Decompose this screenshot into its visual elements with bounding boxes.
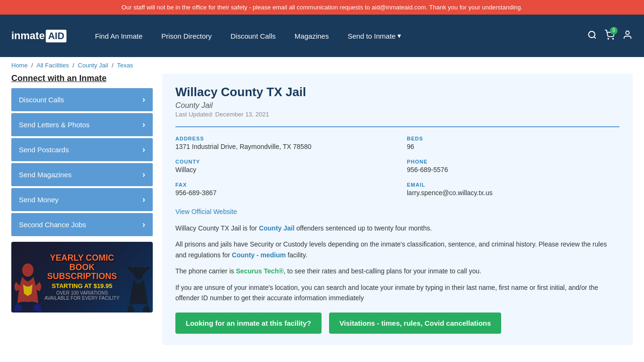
svg-point-2 — [608, 38, 609, 39]
search-icon — [587, 30, 597, 40]
desc-paragraph-3: The phone carrier is Securus Tech®, to s… — [175, 266, 619, 276]
county-jail-link[interactable]: County Jail — [259, 224, 294, 232]
sidebar-send-money[interactable]: Send Money › — [11, 188, 153, 211]
ad-more: OVER 100 VARIATIONS AVAILABLE FOR EVERY … — [44, 290, 120, 301]
search-button[interactable] — [587, 30, 597, 42]
alert-text: Our staff will not be in the office for … — [122, 4, 523, 11]
beds-block: BEDS 96 — [407, 136, 619, 150]
description: Willacy County TX Jail is for County Jai… — [175, 223, 619, 303]
sidebar-send-postcards[interactable]: Send Postcards › — [11, 138, 153, 161]
info-grid: ADDRESS 1371 Industrial Drive, Raymondvi… — [175, 126, 619, 197]
visitations-button[interactable]: Visitations - times, rules, Covid cancel… — [329, 313, 502, 334]
dropdown-arrow-icon: ▾ — [397, 32, 401, 40]
sidebar-ad[interactable]: YEARLY COMIC BOOKSUBSCRIPTIONS STARTING … — [11, 242, 153, 313]
address-block: ADDRESS 1371 Industrial Drive, Raymondvi… — [175, 136, 388, 150]
nav-discount-calls[interactable]: Discount Calls — [221, 32, 285, 40]
facility-type: County Jail — [175, 101, 619, 110]
bottom-buttons: Looking for an inmate at this facility? … — [175, 313, 619, 334]
phone-label: PHONE — [407, 159, 619, 165]
sidebar-discount-calls[interactable]: Discount Calls › — [11, 88, 153, 111]
main-nav: Find An Inmate Prison Directory Discount… — [85, 32, 587, 40]
breadcrumb-all-facilities[interactable]: All Facilities — [37, 62, 69, 69]
breadcrumb-texas[interactable]: Texas — [117, 62, 133, 69]
ad-price: STARTING AT $19.95 — [44, 282, 120, 289]
nav-magazines[interactable]: Magazines — [285, 32, 339, 40]
sidebar-send-magazines[interactable]: Send Magazines › — [11, 163, 153, 186]
ad-title: YEARLY COMIC BOOKSUBSCRIPTIONS — [44, 254, 120, 281]
logo-inmate-text: inmate — [11, 30, 45, 42]
content-panel: Willacy County TX Jail County Jail Last … — [162, 74, 633, 345]
address-value: 1371 Industrial Drive, Raymondville, TX … — [175, 143, 388, 150]
facility-updated: Last Updated: December 13, 2021 — [175, 111, 619, 118]
chevron-right-icon: › — [142, 120, 145, 130]
svg-line-1 — [594, 36, 596, 38]
chevron-right-icon: › — [142, 195, 145, 205]
county-block: COUNTY Willacy — [175, 159, 388, 173]
looking-for-inmate-button[interactable]: Looking for an inmate at this facility? — [175, 313, 322, 334]
nav-find-inmate[interactable]: Find An Inmate — [85, 32, 152, 40]
fax-block: FAX 956-689-3867 — [175, 182, 388, 197]
sidebar-second-chance[interactable]: Second Chance Jobs › — [11, 213, 153, 236]
chevron-right-icon: › — [142, 145, 145, 155]
phone-value: 956-689-5576 — [407, 166, 619, 173]
logo-aid-text: AID — [46, 30, 66, 42]
nav-icons: 0 — [587, 30, 633, 42]
phone-block: PHONE 956-689-5576 — [407, 159, 619, 173]
chevron-right-icon: › — [142, 170, 145, 180]
cart-badge: 0 — [610, 27, 618, 34]
sidebar-title: Connect with an Inmate — [11, 74, 153, 83]
county-value: Willacy — [175, 166, 388, 173]
chevron-right-icon: › — [142, 95, 145, 105]
desc-paragraph-1: Willacy County TX Jail is for County Jai… — [175, 223, 619, 233]
securus-link[interactable]: Securus Tech® — [236, 267, 283, 275]
svg-point-3 — [612, 38, 613, 39]
view-website-link[interactable]: View Official Website — [175, 208, 237, 215]
email-label: EMAIL — [407, 182, 619, 188]
beds-label: BEDS — [407, 136, 619, 141]
address-label: ADDRESS — [175, 136, 388, 141]
chevron-right-icon: › — [142, 220, 145, 230]
svg-point-0 — [589, 31, 595, 37]
alert-banner: Our staff will not be in the office for … — [0, 0, 644, 15]
email-block: EMAIL larry.spence@co.willacy.tx.us — [407, 182, 619, 197]
fax-value: 956-689-3867 — [175, 189, 388, 197]
sidebar-send-letters[interactable]: Send Letters & Photos › — [11, 113, 153, 136]
breadcrumb-home[interactable]: Home — [11, 62, 28, 69]
county-medium-link[interactable]: County - medium — [232, 251, 286, 259]
cart-button[interactable]: 0 — [604, 30, 615, 42]
desc-paragraph-4: If you are unsure of your inmate's locat… — [175, 282, 619, 304]
desc-paragraph-2: All prisons and jails have Security or C… — [175, 239, 619, 260]
beds-value: 96 — [407, 143, 619, 150]
nav-prison-directory[interactable]: Prison Directory — [152, 32, 221, 40]
facility-name: Willacy County TX Jail — [175, 85, 619, 99]
user-icon — [622, 30, 633, 40]
logo[interactable]: inmateAID — [11, 30, 66, 42]
header: inmateAID Find An Inmate Prison Director… — [0, 15, 644, 57]
sidebar: Connect with an Inmate Discount Calls › … — [11, 74, 153, 345]
email-value: larry.spence@co.willacy.tx.us — [407, 189, 619, 197]
nav-send-to-inmate[interactable]: Send to Inmate ▾ — [338, 32, 411, 40]
county-label: COUNTY — [175, 159, 388, 165]
svg-point-4 — [626, 31, 629, 34]
main-content: Connect with an Inmate Discount Calls › … — [0, 74, 644, 354]
breadcrumb-county-jail[interactable]: County Jail — [78, 62, 108, 69]
breadcrumb: Home / All Facilities / County Jail / Te… — [0, 57, 644, 74]
user-button[interactable] — [622, 30, 633, 42]
fax-label: FAX — [175, 182, 388, 188]
